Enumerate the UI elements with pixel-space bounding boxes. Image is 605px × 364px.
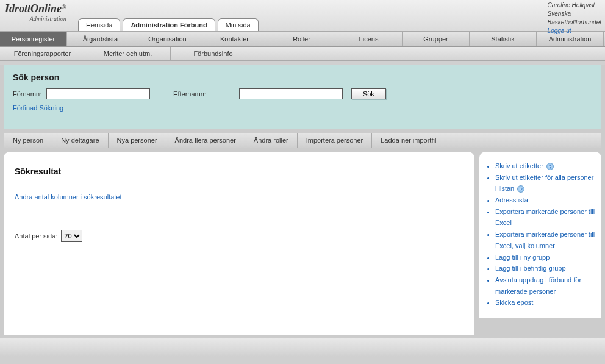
per-page-row: Antal per sida: 20 (15, 230, 464, 242)
top-bar: IdrottOnline® Administration Caroline He… (0, 0, 605, 32)
side-link-adresslista[interactable]: Adresslista (495, 196, 528, 204)
side-link-ny-grupp[interactable]: Lägg till i ny grupp (495, 254, 550, 261)
content: Sök person Förnamn: Efternamn: Sök Förfi… (0, 65, 605, 338)
help-icon[interactable]: ? (517, 185, 524, 193)
action-ny-person[interactable]: Ny person (4, 133, 52, 148)
menu-personregister[interactable]: Personregister (0, 32, 67, 46)
menu-organisation[interactable]: Organisation (134, 32, 201, 46)
side-link-befintlig-grupp[interactable]: Lägg till i befintlig grupp (495, 265, 566, 272)
side-link-avsluta-uppdrag[interactable]: Avsluta uppdrag i förbund för markerade … (495, 276, 581, 295)
action-importera[interactable]: Importera personer (298, 133, 373, 148)
user-org2: Basketbollförbundet (548, 18, 601, 27)
list-item: Lägg till i ny grupp (495, 252, 595, 263)
action-andra-roller[interactable]: Ändra roller (245, 133, 298, 148)
search-form: Förnamn: Efternamn: Sök (13, 88, 592, 99)
list-item: Exportera markerade personer till Excel,… (495, 229, 595, 251)
side-link-export-excel[interactable]: Exportera markerade personer till Excel (495, 208, 595, 227)
lname-label: Efternamn: (173, 90, 206, 98)
results-panel: Sökresultat Ändra antal kolumner i sökre… (4, 152, 474, 335)
fname-input[interactable] (46, 88, 150, 99)
list-item: Skriv ut etiketter för alla personer i l… (495, 172, 595, 194)
user-name: Caroline Hellqvist (548, 1, 601, 10)
top-tabs: Hemsida Administration Förbund Min sida (78, 18, 259, 31)
side-panel: Skriv ut etiketter ? Skriv ut etiketter … (479, 152, 601, 318)
submenu-forbundsinfo[interactable]: Förbundsinfo (171, 47, 256, 60)
help-icon[interactable]: ? (546, 163, 554, 170)
submenu-meriter[interactable]: Meriter och utm. (85, 47, 171, 60)
list-item: Skriv ut etiketter ? (495, 160, 595, 172)
change-columns-link[interactable]: Ändra antal kolumner i sökresultatet (15, 193, 121, 201)
side-link-export-excel-cols[interactable]: Exportera markerade personer till Excel,… (495, 230, 595, 249)
tab-min-sida[interactable]: Min sida (218, 18, 259, 31)
tab-hemsida[interactable]: Hemsida (78, 18, 120, 31)
menu-statistik[interactable]: Statistik (470, 32, 537, 46)
action-bar: Ny person Ny deltagare Nya personer Ändr… (4, 133, 601, 148)
menu-kontakter[interactable]: Kontakter (201, 32, 268, 46)
results-title: Sökresultat (15, 166, 464, 176)
side-link-etiketter[interactable]: Skriv ut etiketter (495, 162, 543, 170)
menu-grupper[interactable]: Grupper (403, 32, 470, 46)
action-ny-deltagare[interactable]: Ny deltagare (52, 133, 108, 148)
action-andra-flera[interactable]: Ändra flera personer (166, 133, 245, 148)
side-link-skicka-epost[interactable]: Skicka epost (495, 299, 533, 306)
refined-search-link[interactable]: Förfinad Sökning (13, 104, 63, 112)
menu-licens[interactable]: Licens (335, 32, 403, 46)
submenu-foreningsrapporter[interactable]: Föreningsrapporter (0, 47, 85, 60)
fname-label: Förnamn: (13, 90, 41, 98)
logo-reg: ® (62, 4, 66, 10)
search-title: Sök person (13, 73, 592, 82)
logout-link[interactable]: Logga ut (548, 27, 571, 34)
main-menu: Personregister Åtgärdslista Organisation… (0, 32, 605, 47)
menu-atgardslista[interactable]: Åtgärdslista (67, 32, 134, 46)
logo-subtitle: Administration (5, 15, 66, 22)
per-page-label: Antal per sida: (15, 232, 57, 240)
logo-text: IdrottOnline (5, 2, 62, 15)
list-item: Lägg till i befintlig grupp (495, 263, 595, 274)
list-item: Adresslista (495, 194, 595, 206)
list-item: Exportera markerade personer till Excel (495, 206, 595, 229)
lname-input[interactable] (239, 88, 343, 99)
user-info: Caroline Hellqvist Svenska Basketbollför… (548, 1, 601, 35)
logo: IdrottOnline® Administration (5, 2, 66, 22)
side-links-list: Skriv ut etiketter ? Skriv ut etiketter … (485, 160, 595, 309)
tab-administration-forbund[interactable]: Administration Förbund (123, 18, 215, 31)
sub-menu: Föreningsrapporter Meriter och utm. Förb… (0, 47, 605, 61)
search-panel: Sök person Förnamn: Efternamn: Sök Förfi… (4, 65, 601, 129)
side-link-etiketter-alla[interactable]: Skriv ut etiketter för alla personer i l… (495, 174, 593, 193)
search-button[interactable]: Sök (351, 88, 386, 99)
list-item: Avsluta uppdrag i förbund för markerade … (495, 274, 595, 297)
list-item: Skicka epost (495, 297, 595, 309)
user-org1: Svenska (548, 10, 601, 18)
columns: Sökresultat Ändra antal kolumner i sökre… (4, 152, 601, 335)
action-nya-personer[interactable]: Nya personer (109, 133, 166, 148)
menu-roller[interactable]: Roller (268, 32, 335, 46)
per-page-select[interactable]: 20 (61, 230, 82, 242)
action-ladda-ner[interactable]: Ladda ner importfil (372, 133, 445, 148)
